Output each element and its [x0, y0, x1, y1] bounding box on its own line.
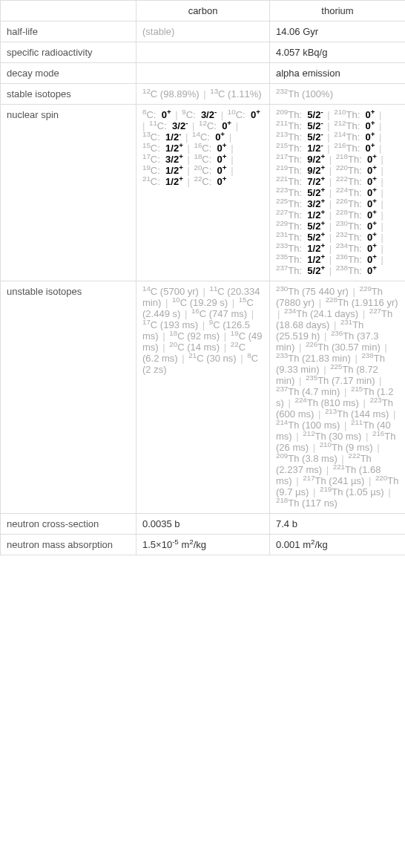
neutron-cs-thorium: 7.4 b: [270, 514, 406, 535]
header-thorium: thorium: [270, 1, 406, 22]
label-nuclear-spin: nuclear spin: [1, 105, 136, 281]
header-blank: [1, 1, 136, 22]
stable-isotopes-carbon: 12C (98.89%) | 13C (1.11%): [136, 84, 270, 105]
spec-radio-thorium: 4.057 kBq/g: [270, 42, 406, 63]
half-life-carbon: (stable): [136, 22, 270, 42]
nma-c-pre: 1.5×10: [142, 539, 172, 550]
unstable-isotopes-carbon: 14C (5700 yr) | 11C (20.334 min) | 10C (…: [136, 281, 270, 514]
row-spec-radio: specific radioactivity 4.057 kBq/g: [1, 42, 406, 63]
neutron-mass-abs-carbon: 1.5×10-5 m2/kg: [136, 535, 270, 555]
comparison-table: carbon thorium half-life (stable) 14.06 …: [0, 0, 405, 555]
label-neutron-cs: neutron cross-section: [1, 514, 136, 535]
label-stable-isotopes: stable isotopes: [1, 84, 136, 105]
label-unstable-isotopes: unstable isotopes: [1, 281, 136, 514]
nuclear-spin-carbon: 8C: 0+ | 9C: 3/2- | 10C: 0+ | 11C: 3/2- …: [136, 105, 270, 281]
row-stable-isotopes: stable isotopes 12C (98.89%) | 13C (1.11…: [1, 84, 406, 105]
neutron-mass-abs-thorium: 0.001 m2/kg: [270, 535, 406, 555]
stable-isotopes-thorium: 232Th (100%): [270, 84, 406, 105]
header-row: carbon thorium: [1, 1, 406, 22]
label-neutron-mass-abs: neutron mass absorption: [1, 535, 136, 555]
label-spec-radio: specific radioactivity: [1, 42, 136, 63]
row-half-life: half-life (stable) 14.06 Gyr: [1, 22, 406, 42]
nma-c-tail: /kg: [194, 539, 206, 550]
nma-th-pre: 0.001 m: [276, 539, 311, 550]
unstable-isotopes-thorium: 230Th (75 440 yr) | 229Th (7880 yr) | 22…: [270, 281, 406, 514]
row-decay-mode: decay mode alpha emission: [1, 63, 406, 84]
nma-th-post: /kg: [315, 539, 327, 550]
label-decay-mode: decay mode: [1, 63, 136, 84]
row-nuclear-spin: nuclear spin 8C: 0+ | 9C: 3/2- | 10C: 0+…: [1, 105, 406, 281]
spec-radio-carbon: [136, 42, 270, 63]
row-unstable-isotopes: unstable isotopes 14C (5700 yr) | 11C (2…: [1, 281, 406, 514]
nma-c-sup: -5: [172, 538, 179, 546]
decay-mode-thorium: alpha emission: [270, 63, 406, 84]
row-neutron-cs: neutron cross-section 0.0035 b 7.4 b: [1, 514, 406, 535]
half-life-thorium: 14.06 Gyr: [270, 22, 406, 42]
nuclear-spin-thorium: 209Th: 5/2- | 210Th: 0+ | 211Th: 5/2- | …: [270, 105, 406, 281]
nma-c-post: m: [179, 539, 189, 550]
header-carbon: carbon: [136, 1, 270, 22]
neutron-cs-carbon: 0.0035 b: [136, 514, 270, 535]
decay-mode-carbon: [136, 63, 270, 84]
row-neutron-mass-abs: neutron mass absorption 1.5×10-5 m2/kg 0…: [1, 535, 406, 555]
label-half-life: half-life: [1, 22, 136, 42]
